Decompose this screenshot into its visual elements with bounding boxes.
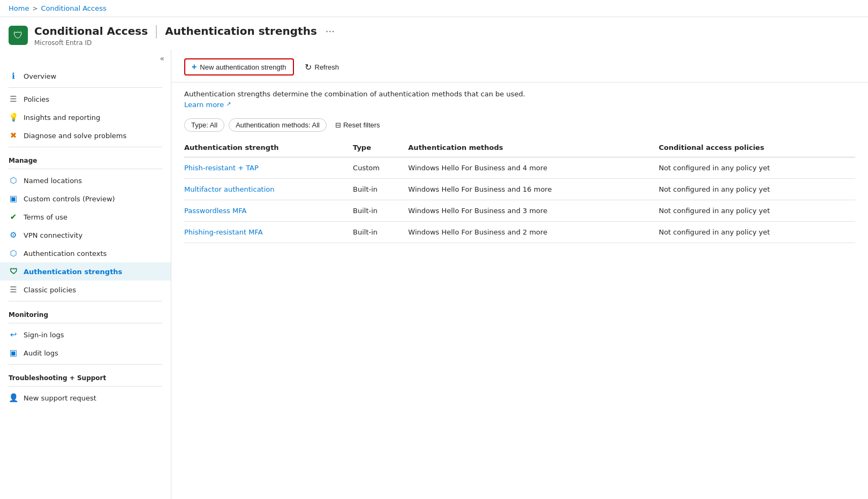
diagnose-icon: ✖ xyxy=(9,131,18,140)
row-policies-3: Not configured in any policy yet xyxy=(659,222,855,243)
monitoring-section-label: Monitoring xyxy=(0,304,171,321)
filter-bar: Type: All Authentication methods: All ⊟ … xyxy=(171,114,868,138)
sidebar-divider-1 xyxy=(9,87,162,88)
row-type-0: Custom xyxy=(353,157,408,179)
policies-icon: ☰ xyxy=(9,94,18,104)
sidebar-item-new-support[interactable]: 👤 New support request xyxy=(0,389,171,407)
methods-filter-label: Authentication methods: All xyxy=(236,121,320,129)
header-icon: 🛡 xyxy=(9,26,28,45)
sidebar-collapse-button[interactable]: « xyxy=(0,50,171,67)
custom-controls-icon: ▣ xyxy=(9,194,18,203)
row-type-1: Built-in xyxy=(353,179,408,200)
auth-strengths-icon: 🛡 xyxy=(9,267,18,276)
row-methods-1: Windows Hello For Business and 16 more xyxy=(408,179,659,200)
sidebar-divider-7 xyxy=(9,386,162,387)
breadcrumb-current[interactable]: Conditional Access xyxy=(41,4,106,12)
strength-link-3[interactable]: Phishing-resistant MFA xyxy=(184,228,263,236)
signin-logs-icon: ↩ xyxy=(9,330,18,339)
auth-contexts-icon: ⬡ xyxy=(9,248,18,258)
main-toolbar: + New authentication strength ↻ Refresh xyxy=(171,50,868,82)
sidebar-divider-3 xyxy=(9,169,162,169)
type-filter-chip[interactable]: Type: All xyxy=(184,118,224,132)
sidebar-item-new-support-label: New support request xyxy=(24,394,96,402)
sidebar-item-auth-strengths-label: Authentication strengths xyxy=(24,268,122,276)
learn-more-link[interactable]: Learn more ↗ xyxy=(184,100,231,110)
sidebar-item-vpn[interactable]: ⚙ VPN connectivity xyxy=(0,226,171,244)
sidebar-item-terms-of-use[interactable]: ✔ Terms of use xyxy=(0,208,171,226)
table-row: Passwordless MFABuilt-inWindows Hello Fo… xyxy=(184,200,855,222)
learn-more-label: Learn more xyxy=(184,100,224,110)
sidebar-item-audit-logs[interactable]: ▣ Audit logs xyxy=(0,344,171,362)
type-filter-label: Type: All xyxy=(191,121,217,129)
header-title: Conditional Access xyxy=(34,25,148,37)
sidebar-item-signin-logs[interactable]: ↩ Sign-in logs xyxy=(0,326,171,344)
sidebar-item-custom-controls-label: Custom controls (Preview) xyxy=(24,195,115,203)
strength-link-1[interactable]: Multifactor authentication xyxy=(184,185,275,193)
breadcrumb-home[interactable]: Home xyxy=(9,4,29,12)
row-name-2[interactable]: Passwordless MFA xyxy=(184,200,353,222)
plus-icon: + xyxy=(192,62,197,72)
page-header: 🛡 Conditional Access | Authentication st… xyxy=(0,17,868,50)
sidebar-item-auth-contexts[interactable]: ⬡ Authentication contexts xyxy=(0,244,171,262)
table-row: Multifactor authenticationBuilt-inWindow… xyxy=(184,179,855,200)
row-type-2: Built-in xyxy=(353,200,408,222)
main-content: + New authentication strength ↻ Refresh … xyxy=(171,50,868,499)
filter-icon: ⊟ xyxy=(335,121,341,129)
refresh-label: Refresh xyxy=(315,63,339,71)
sidebar-item-policies[interactable]: ☰ Policies xyxy=(0,90,171,108)
col-header-type: Type xyxy=(353,138,408,157)
strength-link-0[interactable]: Phish-resistant + TAP xyxy=(184,164,259,172)
sidebar-item-auth-contexts-label: Authentication contexts xyxy=(24,250,107,258)
row-name-1[interactable]: Multifactor authentication xyxy=(184,179,353,200)
sidebar-item-signin-logs-label: Sign-in logs xyxy=(24,331,64,339)
strength-link-2[interactable]: Passwordless MFA xyxy=(184,207,246,215)
new-authentication-strength-button[interactable]: + New authentication strength xyxy=(184,58,294,75)
table-row: Phish-resistant + TAPCustomWindows Hello… xyxy=(184,157,855,179)
col-header-methods: Authentication methods xyxy=(408,138,659,157)
reset-filters-label: Reset filters xyxy=(343,121,380,129)
sidebar-item-insights-label: Insights and reporting xyxy=(24,114,100,122)
col-header-name: Authentication strength xyxy=(184,138,353,157)
external-link-icon: ↗ xyxy=(226,100,231,109)
sidebar-divider-6 xyxy=(9,364,162,365)
methods-filter-chip[interactable]: Authentication methods: All xyxy=(229,118,327,132)
audit-logs-icon: ▣ xyxy=(9,348,18,358)
authentication-strengths-table: Authentication strength Type Authenticat… xyxy=(184,138,855,243)
sidebar: « ℹ Overview ☰ Policies 💡 Insights and r… xyxy=(0,50,171,499)
row-methods-3: Windows Hello For Business and 2 more xyxy=(408,222,659,243)
row-name-3[interactable]: Phishing-resistant MFA xyxy=(184,222,353,243)
header-section: Authentication strengths xyxy=(165,25,317,37)
troubleshooting-section-label: Troubleshooting + Support xyxy=(0,367,171,384)
manage-section-label: Manage xyxy=(0,149,171,167)
sidebar-item-named-locations[interactable]: ⬡ Named locations xyxy=(0,171,171,190)
sidebar-item-auth-strengths[interactable]: 🛡 Authentication strengths xyxy=(0,262,171,281)
sidebar-item-audit-logs-label: Audit logs xyxy=(24,349,58,357)
breadcrumb-separator: > xyxy=(32,5,37,12)
sidebar-item-terms-label: Terms of use xyxy=(24,213,67,221)
data-table-container: Authentication strength Type Authenticat… xyxy=(171,138,868,243)
row-policies-0: Not configured in any policy yet xyxy=(659,157,855,179)
sidebar-item-diagnose-label: Diagnose and solve problems xyxy=(24,132,126,140)
sidebar-item-policies-label: Policies xyxy=(24,95,49,103)
row-name-0[interactable]: Phish-resistant + TAP xyxy=(184,157,353,179)
vpn-icon: ⚙ xyxy=(9,230,18,240)
info-icon: ℹ xyxy=(9,71,18,81)
reset-filters-button[interactable]: ⊟ Reset filters xyxy=(331,119,384,131)
sidebar-item-classic-policies[interactable]: ☰ Classic policies xyxy=(0,281,171,299)
sidebar-item-overview[interactable]: ℹ Overview xyxy=(0,67,171,85)
row-type-3: Built-in xyxy=(353,222,408,243)
support-icon: 👤 xyxy=(9,393,18,403)
sidebar-item-custom-controls[interactable]: ▣ Custom controls (Preview) xyxy=(0,190,171,208)
header-separator: | xyxy=(154,24,158,39)
description-text: Authentication strengths determine the c… xyxy=(184,89,855,100)
table-row: Phishing-resistant MFABuilt-inWindows He… xyxy=(184,222,855,243)
row-policies-2: Not configured in any policy yet xyxy=(659,200,855,222)
sidebar-item-vpn-label: VPN connectivity xyxy=(24,231,82,239)
header-ellipsis-button[interactable]: ··· xyxy=(326,26,335,37)
refresh-icon: ↻ xyxy=(305,62,312,72)
new-button-label: New authentication strength xyxy=(200,63,286,71)
sidebar-item-diagnose[interactable]: ✖ Diagnose and solve problems xyxy=(0,126,171,145)
insights-icon: 💡 xyxy=(9,112,18,122)
refresh-button[interactable]: ↻ Refresh xyxy=(298,59,346,75)
sidebar-item-insights[interactable]: 💡 Insights and reporting xyxy=(0,108,171,126)
